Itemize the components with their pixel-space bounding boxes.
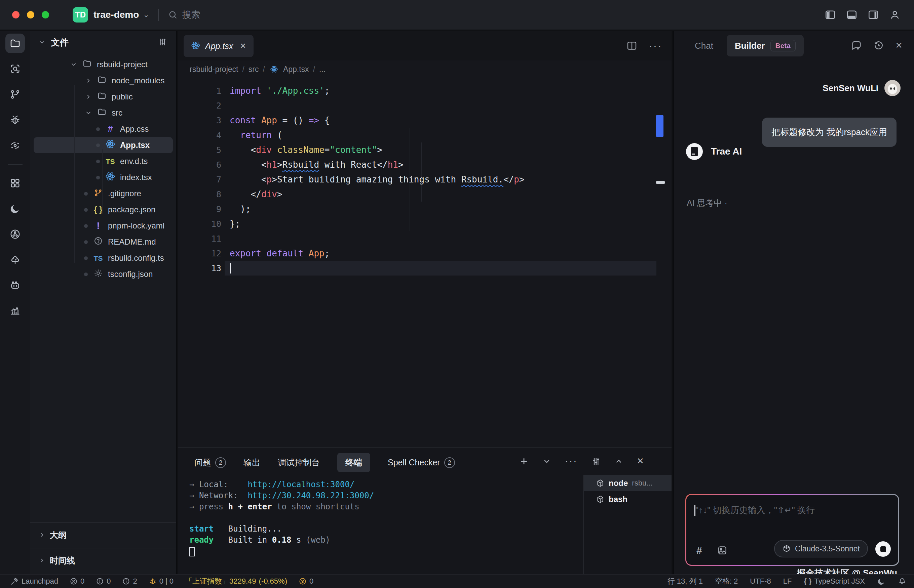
new-chat-icon[interactable]: [851, 40, 862, 51]
window-maximize-button[interactable]: [42, 11, 49, 18]
activity-search-icon[interactable]: [5, 59, 25, 79]
activity-debug-icon[interactable]: [5, 110, 25, 130]
status-error[interactable]: 0: [70, 577, 84, 586]
chat-input[interactable]: "↑↓" 切换历史输入，"⇧↵" 换行 # Claude-3.5-Sonnet: [686, 495, 898, 565]
explorer-header[interactable]: 文件: [30, 31, 176, 54]
toggle-left-panel-icon[interactable]: [825, 9, 836, 21]
activity-extensions-icon[interactable]: [5, 173, 25, 193]
status-info[interactable]: 2: [122, 577, 137, 586]
code-line-2[interactable]: 2: [178, 98, 671, 113]
maximize-panel-icon[interactable]: [614, 457, 623, 466]
breadcrumb-item[interactable]: rsbuild-project: [190, 65, 238, 74]
tree-file-package-json[interactable]: { }package.json: [30, 202, 176, 218]
tree-file-app-css[interactable]: #App.css: [30, 121, 176, 137]
tree-file-env-d-ts[interactable]: TSenv.d.ts: [30, 153, 176, 170]
panel-tab-终端[interactable]: 终端: [337, 453, 370, 472]
code-line-11[interactable]: 11: [178, 231, 671, 246]
timeline-section[interactable]: 时间线: [30, 548, 176, 573]
status-stock[interactable]: 「上证指数」3229.49(-0.65%): [185, 576, 287, 586]
history-icon[interactable]: [873, 40, 885, 51]
terminal-output[interactable]: → Local: http://localhost:3000/→ Network…: [189, 480, 579, 557]
tree-file-pnpm-lock-yaml[interactable]: !pnpm-lock.yaml: [30, 218, 176, 234]
status-launchpad[interactable]: Launchpad: [10, 577, 58, 586]
window-close-button[interactable]: [12, 11, 19, 18]
account-icon[interactable]: [889, 9, 901, 21]
toggle-bottom-panel-icon[interactable]: [846, 9, 857, 21]
activity-source-control-icon[interactable]: [5, 85, 25, 104]
terminal-process-node[interactable]: nodersbu...: [584, 475, 671, 491]
activity-moon-icon[interactable]: [5, 199, 25, 218]
code-line-3[interactable]: 3const App = () => {: [178, 113, 671, 128]
status-bug[interactable]: 0 | 0: [149, 577, 173, 586]
tab-chat[interactable]: Chat: [695, 40, 713, 51]
panel-tab-问题[interactable]: 问题2: [194, 457, 226, 468]
code-line-12[interactable]: 12export default App;: [178, 246, 671, 261]
code-line-13[interactable]: 13: [178, 261, 671, 276]
status-braces[interactable]: { }TypeScript JSX: [804, 577, 865, 586]
status-bell[interactable]: [898, 577, 907, 586]
status-text--2[interactable]: 空格: 2: [715, 576, 738, 586]
code-line-6[interactable]: 6 <h1>Rsbuild with React</h1>: [178, 157, 671, 172]
stop-button[interactable]: [875, 541, 891, 557]
close-panel-icon[interactable]: ✕: [637, 456, 644, 466]
activity-share-circle-icon[interactable]: [5, 225, 25, 244]
tab-app-tsx[interactable]: App.tsx ✕: [184, 35, 254, 57]
context-hash-icon[interactable]: #: [697, 544, 702, 556]
breadcrumb-item[interactable]: src: [248, 65, 259, 74]
tree-file-index-tsx[interactable]: index.tsx: [30, 170, 176, 186]
status-warn[interactable]: 0: [96, 577, 111, 586]
status-moon[interactable]: [877, 577, 886, 586]
terminal-dropdown-icon[interactable]: [543, 457, 551, 466]
activity-screencast-icon[interactable]: [5, 136, 25, 155]
toggle-right-panel-icon[interactable]: [868, 9, 879, 21]
tab-builder[interactable]: Builder Beta: [727, 35, 804, 57]
activity-plugin-tree-icon[interactable]: [5, 250, 25, 270]
tree-folder-public[interactable]: public: [30, 89, 176, 105]
breadcrumb-item[interactable]: App.tsx: [283, 65, 309, 74]
more-actions-icon[interactable]: ···: [649, 39, 662, 52]
model-selector[interactable]: Claude-3.5-Sonnet: [774, 540, 868, 557]
status-text--13-1[interactable]: 行 13, 列 1: [668, 576, 703, 586]
code-line-8[interactable]: 8 </div>: [178, 187, 671, 202]
breadcrumb[interactable]: rsbuild-project/src/App.tsx/...: [190, 60, 326, 78]
status-coin[interactable]: 0: [298, 577, 313, 586]
outline-section[interactable]: 大纲: [30, 522, 176, 547]
code-editor[interactable]: 1import './App.css';23const App = () => …: [178, 79, 671, 447]
code-line-1[interactable]: 1import './App.css';: [178, 83, 671, 98]
activity-stocks-icon[interactable]: [5, 301, 25, 321]
tree-file-tsconfig-json[interactable]: tsconfig.json: [30, 266, 176, 282]
tree-file-app-tsx[interactable]: App.tsx: [34, 137, 173, 153]
code-line-10[interactable]: 10};: [178, 216, 671, 231]
tree-folder-node-modules[interactable]: node_modules: [30, 73, 176, 89]
new-terminal-icon[interactable]: [519, 456, 529, 466]
status-text-utf-8[interactable]: UTF-8: [750, 577, 771, 586]
activity-files-icon[interactable]: [5, 34, 25, 53]
scrollbar-thumb[interactable]: [656, 115, 663, 137]
tree-folder-rsbuild-project[interactable]: rsbuild-project: [30, 57, 176, 73]
tree-file--gitignore[interactable]: .gitignore: [30, 186, 176, 202]
global-search[interactable]: 搜索: [168, 9, 201, 21]
panel-tab-调试控制台[interactable]: 调试控制台: [278, 457, 320, 468]
split-editor-icon[interactable]: [627, 40, 637, 51]
panel-tab-输出[interactable]: 输出: [243, 457, 260, 468]
panel-more-icon[interactable]: ···: [565, 455, 577, 467]
filter-icon[interactable]: [157, 37, 167, 48]
terminal-process-bash[interactable]: bash: [584, 491, 671, 507]
code-line-7[interactable]: 7 <p>Start building amazing things with …: [178, 172, 671, 187]
close-panel-icon[interactable]: ✕: [895, 40, 903, 51]
window-minimize-button[interactable]: [27, 11, 34, 18]
chevron-down-icon[interactable]: ⌄: [143, 10, 149, 19]
tab-close-icon[interactable]: ✕: [240, 42, 246, 50]
tree-file-readme-md[interactable]: README.md: [30, 234, 176, 250]
status-text-lf[interactable]: LF: [783, 577, 792, 586]
tree-folder-src[interactable]: src: [30, 105, 176, 121]
panel-filter-icon[interactable]: [591, 456, 601, 466]
activity-ai-robot-icon[interactable]: [5, 276, 25, 295]
breadcrumb-item[interactable]: ...: [319, 65, 326, 74]
tree-file-rsbuild-config-ts[interactable]: TSrsbuild.config.ts: [30, 250, 176, 266]
code-line-9[interactable]: 9 );: [178, 202, 671, 216]
code-line-4[interactable]: 4 return (: [178, 128, 671, 142]
panel-tab-spell-checker[interactable]: Spell Checker2: [388, 457, 455, 468]
project-name[interactable]: trae-demo: [94, 10, 139, 20]
code-line-5[interactable]: 5 <div className="content">: [178, 142, 671, 157]
